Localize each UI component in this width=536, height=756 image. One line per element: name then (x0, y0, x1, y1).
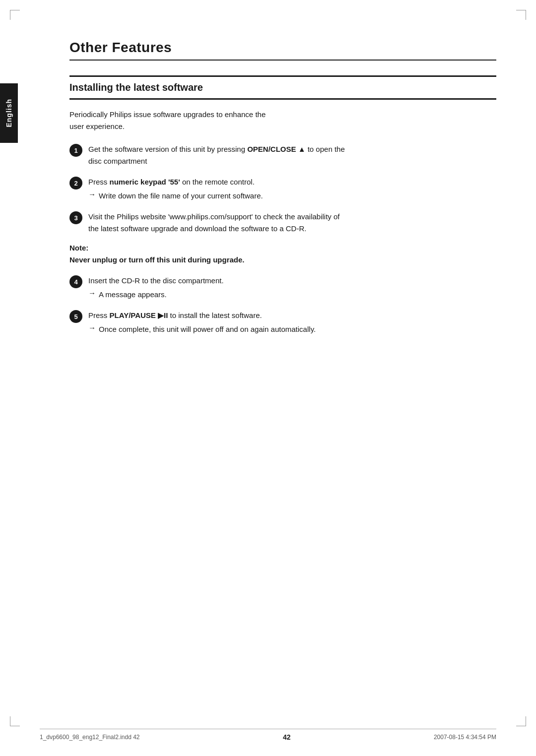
sub-section-header: Installing the latest software (69, 75, 496, 100)
step-2-content: Press numeric keypad '55' on the remote … (88, 176, 347, 202)
step-3-text: Visit the Philips website 'www.philips.c… (88, 211, 347, 235)
sub-section-title: Installing the latest software (69, 82, 496, 93)
step-5-content: Press PLAY/PAUSE ▶II to install the late… (88, 310, 347, 335)
corner-mark-tl (10, 10, 20, 20)
step-2-number: 2 (69, 177, 82, 189)
footer-filename: 1_dvp6600_98_eng12_Final2.indd 42 (40, 734, 140, 741)
language-tab: English (0, 83, 18, 143)
section-divider (69, 60, 496, 61)
arrow-symbol-2: → (88, 190, 96, 198)
footer-timestamp: 2007-08-15 4:34:54 PM (434, 734, 496, 741)
step-4-text: Insert the CD-R to the disc compartment. (88, 275, 347, 287)
footer: 1_dvp6600_98_eng12_Final2.indd 42 42 200… (40, 729, 496, 741)
step-3-content: Visit the Philips website 'www.philips.c… (88, 211, 347, 235)
step-4-content: Insert the CD-R to the disc compartment.… (88, 275, 347, 301)
arrow-symbol-4: → (88, 289, 96, 297)
step-2-arrow-text: Write down the file name of your current… (99, 190, 263, 202)
main-content: Other Features Installing the latest sof… (69, 30, 496, 335)
step-1-content: Get the software version of this unit by… (88, 143, 347, 167)
step-4-arrow: → A message appears. (88, 289, 347, 301)
page: English Other Features Installing the la… (0, 0, 536, 756)
step-3-number: 3 (69, 211, 82, 224)
section-header: Other Features (69, 40, 496, 61)
step-5-arrow-text: Once complete, this unit will power off … (99, 323, 316, 335)
intro-text: Periodically Philips issue software upgr… (69, 109, 278, 132)
step-5-arrow: → Once complete, this unit will power of… (88, 323, 347, 335)
section-title: Other Features (69, 40, 496, 56)
step-4-arrow-text: A message appears. (99, 289, 167, 301)
arrow-symbol-5: → (88, 323, 96, 332)
step-5-text: Press PLAY/PAUSE ▶II to install the late… (88, 310, 347, 321)
step-1-text: Get the software version of this unit by… (88, 143, 347, 167)
note-label: Note: (69, 244, 347, 252)
step-5: 5 Press PLAY/PAUSE ▶II to install the la… (69, 310, 347, 335)
step-3: 3 Visit the Philips website 'www.philips… (69, 211, 347, 235)
corner-mark-br (516, 716, 526, 726)
step-1: 1 Get the software version of this unit … (69, 143, 347, 167)
language-label: English (5, 99, 13, 127)
step-2-arrow: → Write down the file name of your curre… (88, 190, 347, 202)
step-4-number: 4 (69, 275, 82, 288)
footer-page-number: 42 (283, 733, 291, 741)
step-1-number: 1 (69, 144, 82, 157)
step-2-text: Press numeric keypad '55' on the remote … (88, 176, 347, 188)
step-2: 2 Press numeric keypad '55' on the remot… (69, 176, 347, 202)
sub-section: Installing the latest software Periodica… (69, 75, 496, 335)
note-text: Never unplug or turn off this unit durin… (69, 254, 347, 266)
step-5-number: 5 (69, 310, 82, 323)
corner-mark-bl (10, 716, 20, 726)
step-4: 4 Insert the CD-R to the disc compartmen… (69, 275, 347, 301)
note-box: Note: Never unplug or turn off this unit… (69, 244, 347, 266)
corner-mark-tr (516, 10, 526, 20)
